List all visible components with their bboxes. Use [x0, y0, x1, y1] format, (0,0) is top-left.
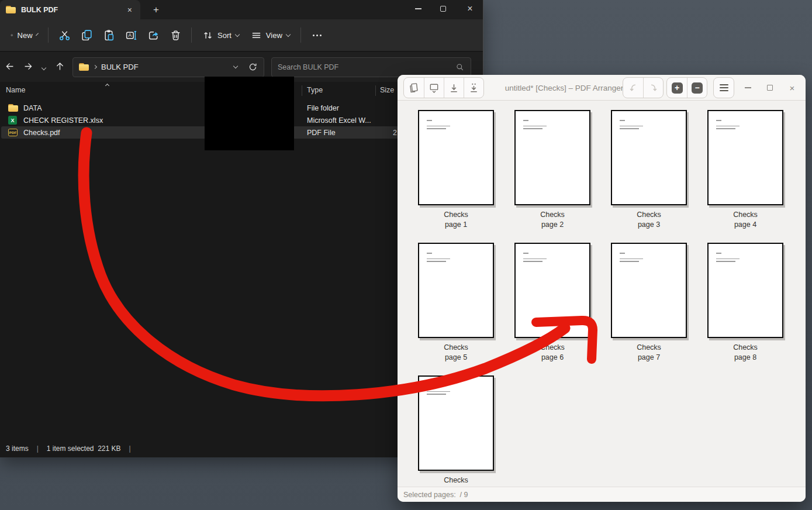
view-label: View — [266, 31, 282, 40]
page-thumbnail-6[interactable] — [514, 243, 590, 338]
up-button[interactable] — [50, 61, 69, 73]
arranger-minimize-button[interactable] — [739, 75, 756, 101]
save-button[interactable] — [444, 78, 464, 98]
page-thumbnail-1[interactable] — [418, 110, 494, 205]
file-row-checks-pdf[interactable]: PDF Checks.pdf PDF File 2 — [1, 126, 403, 139]
minimize-button[interactable] — [405, 0, 431, 18]
pdf-arranger-window: untitled* [Checks] – PDF Arranger + − × — [398, 75, 806, 502]
maximize-icon — [440, 6, 446, 12]
chevron-down-icon — [286, 32, 291, 36]
file-name: DATA — [23, 104, 42, 112]
hamburger-icon — [720, 84, 728, 92]
column-type[interactable]: Type — [307, 86, 323, 94]
copy-button[interactable] — [75, 24, 98, 46]
page-thumbnail-7[interactable] — [611, 243, 687, 338]
sort-button[interactable]: Sort — [196, 24, 245, 46]
zoom-out-icon: − — [692, 82, 703, 94]
arranger-close-button[interactable]: × — [783, 75, 801, 101]
page-caption: Checks — [418, 475, 494, 485]
cut-icon — [58, 29, 71, 42]
search-input[interactable]: Search BULK PDF — [271, 57, 471, 77]
page-text-preview — [716, 120, 740, 129]
page-thumbnail-9[interactable] — [418, 375, 494, 471]
folder-icon — [6, 6, 16, 13]
folder-icon — [79, 63, 89, 71]
undo-redo-group — [623, 77, 664, 98]
page-text-preview — [620, 120, 643, 129]
file-type: File folder — [307, 104, 339, 112]
arranger-status-bar: Selected pages: / 9 — [398, 487, 806, 502]
breadcrumb[interactable]: BULK PDF — [101, 63, 139, 71]
forward-button[interactable] — [19, 61, 37, 73]
recent-locations-button[interactable] — [37, 63, 50, 71]
page-thumbnail-2[interactable] — [514, 110, 590, 205]
file-type: Microsoft Excel W... — [307, 116, 371, 125]
back-button[interactable] — [0, 61, 19, 73]
address-dropdown-icon[interactable] — [233, 64, 238, 68]
new-button[interactable]: New — [5, 24, 43, 46]
svg-text:A: A — [128, 32, 132, 38]
share-button[interactable] — [142, 24, 164, 46]
view-button[interactable]: View — [245, 24, 296, 46]
toolbar-divider — [191, 27, 192, 43]
page-thumbnail-8[interactable] — [707, 243, 783, 338]
status-divider: | — [129, 444, 131, 453]
up-icon — [55, 61, 65, 71]
item-count: 3 items — [6, 444, 29, 453]
chevron-down-icon — [36, 33, 39, 36]
undo-button[interactable] — [623, 78, 643, 98]
page-text-preview — [716, 253, 740, 262]
page-thumbnail-3[interactable] — [611, 110, 687, 205]
open-button[interactable] — [404, 78, 424, 98]
status-divider: | — [37, 444, 39, 453]
page-caption: Checkspage 2 — [514, 210, 590, 230]
tab-strip: BULK PDF × + × — [0, 0, 483, 19]
back-icon — [5, 61, 15, 71]
new-tab-button[interactable]: + — [149, 3, 163, 17]
column-divider[interactable] — [302, 85, 302, 96]
menu-button[interactable] — [714, 78, 734, 98]
page-caption: Checkspage 5 — [418, 343, 494, 363]
minimize-icon — [745, 87, 751, 88]
excel-icon: X — [8, 116, 22, 125]
trash-icon — [170, 29, 182, 42]
redo-icon — [648, 82, 659, 94]
zoom-in-button[interactable]: + — [667, 78, 687, 98]
rename-button[interactable]: A — [120, 24, 142, 46]
menu-group — [713, 77, 734, 98]
file-row-data[interactable]: DATA File folder — [1, 102, 403, 114]
file-row-check-register[interactable]: X CHECK REGISTER.xlsx Microsoft Excel W.… — [1, 114, 403, 126]
column-name[interactable]: Name — [6, 86, 25, 94]
zoom-out-button[interactable]: − — [687, 78, 707, 98]
pdf-icon: PDF — [8, 129, 22, 136]
file-type: PDF File — [307, 129, 336, 137]
redo-button[interactable] — [643, 78, 663, 98]
page-caption: Checkspage 4 — [707, 210, 783, 230]
address-bar[interactable]: BULK PDF — [72, 57, 264, 77]
delete-button[interactable] — [164, 24, 186, 46]
chevron-down-icon — [235, 32, 240, 36]
page-thumbnail-5[interactable] — [418, 243, 494, 338]
paste-button[interactable] — [98, 24, 120, 46]
cut-button[interactable] — [53, 24, 75, 46]
tab-close-icon[interactable]: × — [125, 5, 134, 15]
zoom-in-icon: + — [672, 82, 683, 94]
column-size[interactable]: Size — [380, 86, 394, 94]
file-name: CHECK REGISTER.xlsx — [23, 116, 103, 125]
toolbar-divider — [48, 27, 49, 43]
refresh-icon[interactable] — [248, 62, 258, 72]
sort-ascending-icon — [105, 84, 109, 88]
new-plus-icon — [11, 34, 13, 37]
page-thumbnail-4[interactable] — [707, 110, 783, 205]
copy-icon — [81, 29, 93, 42]
arranger-header-bar: untitled* [Checks] – PDF Arranger + − × — [398, 75, 806, 101]
column-divider[interactable] — [375, 85, 376, 96]
arranger-maximize-button[interactable] — [761, 75, 779, 101]
import-button[interactable] — [424, 78, 444, 98]
more-options-button[interactable] — [306, 35, 329, 36]
close-button[interactable]: × — [457, 0, 483, 18]
tab-bulk-pdf[interactable]: BULK PDF × — [0, 0, 140, 19]
maximize-button[interactable] — [430, 0, 456, 18]
paste-icon — [103, 29, 115, 42]
search-placeholder: Search BULK PDF — [278, 63, 338, 71]
